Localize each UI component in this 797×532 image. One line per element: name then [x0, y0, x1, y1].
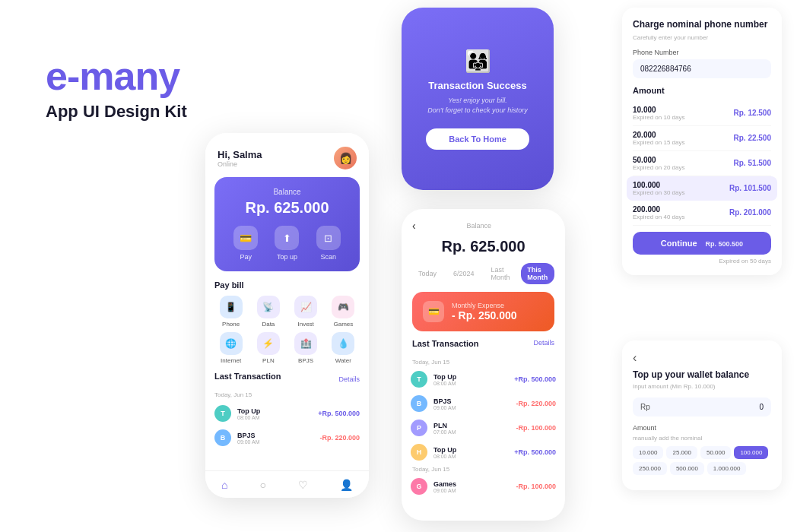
- continue-button[interactable]: Continue Rp. 500.500: [633, 232, 771, 255]
- tx-info-bpjs: BPJS 09:00 AM: [237, 432, 313, 445]
- p3-tx-topup2: H Top Up08:00 AM +Rp. 500.000: [402, 440, 565, 464]
- amount-row-100k[interactable]: 100.000Expired on 30 days Rp. 101.500: [627, 176, 777, 201]
- details-link[interactable]: Details: [338, 375, 360, 383]
- phone1-header: Hi, Salma Online 👩: [205, 133, 369, 177]
- tx-name-bpjs: BPJS: [237, 432, 313, 439]
- nav-menu-icon[interactable]: 👤: [340, 479, 353, 491]
- p3-tx-avatar-h: H: [411, 444, 427, 461]
- success-title: Transaction Success: [426, 80, 529, 91]
- p3-details-link[interactable]: Details: [533, 339, 554, 354]
- tx-avatar-t: T: [214, 405, 231, 422]
- back-arrow-icon[interactable]: ‹: [412, 220, 416, 232]
- p3-tx-avatar-p: P: [411, 420, 427, 436]
- amount-hint: manually add the nominal: [633, 435, 771, 442]
- phone3-mockup: ‹ Balance Rp. 625.000 Today 6/2024 Last …: [402, 209, 565, 521]
- topup-panel: ‹ Top up your wallet balance Input amoun…: [622, 340, 782, 490]
- chip-25k[interactable]: 25.000: [666, 446, 697, 459]
- nav-home-icon[interactable]: ⌂: [221, 479, 227, 491]
- avatar: 👩: [334, 147, 357, 169]
- p3-tx-avatar-g: G: [411, 478, 427, 495]
- chip-500k[interactable]: 500.000: [670, 462, 704, 475]
- tab-last-month[interactable]: Last Month: [485, 263, 517, 284]
- chip-250k[interactable]: 250.000: [633, 462, 667, 475]
- tx-item-topup: T Top Up 08:00 AM +Rp. 500.000: [205, 401, 369, 426]
- p3-tx-date2: Today, Jun 15: [402, 464, 565, 474]
- quick-actions: 💳 Pay ⬆ Top up ⊡ Scan: [225, 226, 349, 261]
- tab-this-month[interactable]: This Month: [521, 263, 554, 284]
- pay-bill-section: Pay bill 📱Phone 📡Data 📈Invest 🎮Games 🌐In…: [205, 271, 369, 364]
- expense-label: Monthly Expense: [452, 302, 517, 309]
- rp-label: Rp: [640, 403, 650, 411]
- nav-profile-icon[interactable]: ♡: [298, 479, 308, 491]
- continue-expiry: Expired on 50 days: [633, 258, 771, 264]
- balance-label: Balance: [225, 188, 349, 196]
- nav-search-icon[interactable]: ○: [259, 479, 265, 491]
- chip-1000k[interactable]: 1.000.000: [707, 462, 747, 475]
- chip-50k[interactable]: 50.000: [700, 446, 731, 459]
- phone1-mockup: Hi, Salma Online 👩 Balance Rp. 625.000 💳…: [205, 133, 369, 498]
- topup-back-arrow[interactable]: ‹: [633, 351, 637, 365]
- expense-amount: - Rp. 250.000: [452, 309, 517, 321]
- charge-subtitle: Carefully enter your number: [633, 34, 771, 41]
- greeting-text: Hi, Salma: [218, 149, 262, 160]
- bill-internet[interactable]: 🌐Internet: [214, 332, 247, 364]
- scan-icon: ⊡: [316, 226, 341, 250]
- bill-pln[interactable]: ⚡PLN: [252, 332, 284, 364]
- balance-amount: Rp. 625.000: [225, 199, 349, 217]
- back-home-button[interactable]: Back To Home: [426, 128, 529, 150]
- p3-tx-avatar-b: B: [411, 395, 427, 412]
- success-desc-line1: Yes! enjoy your bill.: [448, 97, 507, 104]
- rp-value: 0: [759, 403, 764, 411]
- bill-games[interactable]: 🎮Games: [327, 296, 360, 328]
- amount-chips: 10.000 25.000 50.000 100.000 250.000 500…: [633, 446, 771, 475]
- p3-tx-topup: T Top Up08:00 AM +Rp. 500.000: [402, 367, 565, 391]
- bill-phone[interactable]: 📱Phone: [214, 296, 247, 328]
- phone3-header: ‹ Balance: [402, 209, 565, 238]
- success-desc-line2: Don't forget to check your history: [427, 106, 527, 114]
- scan-action[interactable]: ⊡ Scan: [316, 226, 341, 261]
- p3-tx-games: G Games09:00 AM -Rp. 100.000: [402, 474, 565, 499]
- p3-tx-avatar-t: T: [411, 371, 427, 388]
- phone-label: Phone Number: [633, 49, 771, 56]
- chip-100k[interactable]: 100.000: [734, 446, 768, 459]
- chip-10k[interactable]: 10.000: [633, 446, 663, 459]
- topup-label: Top up: [275, 253, 299, 261]
- bill-invest[interactable]: 📈Invest: [290, 296, 322, 328]
- topup-icon: ⬆: [275, 226, 299, 250]
- tx-avatar-b: B: [214, 429, 231, 446]
- bill-bpjs[interactable]: 🏥BPJS: [290, 332, 322, 364]
- amount-row-200k[interactable]: 200.000Expired on 40 days Rp. 201.000: [633, 201, 771, 226]
- phone-number-input[interactable]: [633, 59, 771, 78]
- amount-row-20k[interactable]: 20.000Expired on 15 days Rp. 22.500: [633, 126, 771, 151]
- rp-field[interactable]: Rp 0: [633, 397, 771, 416]
- tab-row: Today 6/2024 Last Month This Month: [402, 263, 565, 292]
- p3-tx-date1: Today, Jun 15: [402, 357, 565, 367]
- tab-6-2024[interactable]: 6/2024: [447, 267, 481, 280]
- pay-action[interactable]: 💳 Pay: [233, 226, 258, 261]
- p3-last-tx-title: Last Transaction: [412, 339, 478, 348]
- p3-tx-pln: P PLN07:00 AM -Rp. 100.000: [402, 416, 565, 440]
- amount-row-10k[interactable]: 10.000Expired on 10 days Rp. 12.500: [633, 101, 771, 126]
- topup-subtitle: Input amount (Min Rp. 10.000): [633, 383, 771, 390]
- expense-card: 💳 Monthly Expense - Rp. 250.000: [412, 292, 554, 331]
- p3-balance-amount: Rp. 625.000: [402, 238, 565, 263]
- brand-name: e-many: [46, 53, 187, 99]
- success-emoji: 👨‍👩‍👧: [426, 49, 529, 74]
- last-tx-title: Last Transaction: [214, 372, 281, 381]
- bill-data[interactable]: 📡Data: [252, 296, 284, 328]
- pay-label: Pay: [233, 253, 258, 261]
- phone2-mockup: 👨‍👩‍👧 Transaction Success Yes! enjoy you…: [402, 8, 554, 190]
- last-tx-header: Last Transaction Details: [205, 364, 369, 391]
- topup-action[interactable]: ⬆ Top up: [275, 226, 299, 261]
- tab-today[interactable]: Today: [412, 267, 443, 280]
- amount-row-50k[interactable]: 50.000Expired on 20 days Rp. 51.500: [633, 151, 771, 176]
- p3-last-tx-header: Last Transaction Details: [402, 339, 565, 357]
- tx-time-topup: 08:00 AM: [237, 415, 312, 420]
- p3-tx-bpjs: B BPJS09:00 AM -Rp. 220.000: [402, 391, 565, 416]
- tx-item-bpjs: B BPJS 09:00 AM -Rp. 220.000: [205, 426, 369, 450]
- pay-bill-title: Pay bill: [214, 280, 360, 290]
- pay-icon: 💳: [233, 226, 258, 250]
- charge-panel: Charge nominal phone number Carefully en…: [622, 8, 782, 275]
- phone1-nav: ⌂ ○ ♡ 👤: [205, 470, 369, 498]
- bill-water[interactable]: 💧Water: [327, 332, 360, 364]
